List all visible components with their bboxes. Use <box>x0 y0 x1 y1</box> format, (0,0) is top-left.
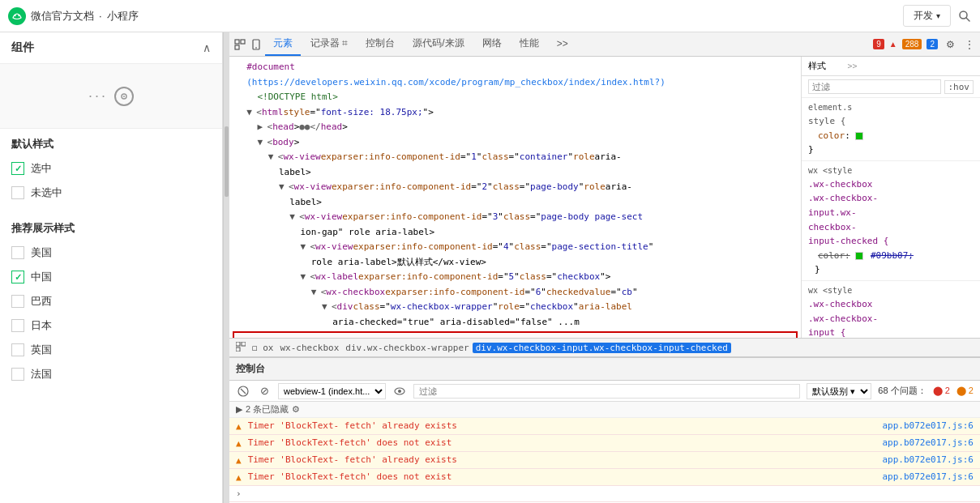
checkbox-japan[interactable] <box>11 319 24 332</box>
collapse-icon[interactable]: ∧ <box>203 41 211 54</box>
label-uk: 英国 <box>31 343 52 357</box>
app-subtitle: 小程序 <box>107 9 139 23</box>
html-line-wxcheckbox[interactable]: ▼ <wx-checkbox exparser:info-component-i… <box>229 285 801 301</box>
html-line-head[interactable]: ▶ <head> ●● </head> <box>229 120 801 135</box>
checkbox-checked-label: 选中 <box>31 161 52 176</box>
checkbox-france[interactable] <box>11 368 24 381</box>
top-bar: 微信官方文档 · 小程序 开发 ▾ <box>0 0 980 32</box>
collapse-triangle[interactable]: ▶ <box>236 404 242 415</box>
checkbox-checked-box[interactable] <box>11 162 24 175</box>
list-item-japan: 日本 <box>11 313 211 338</box>
label-usa: 美国 <box>31 245 52 260</box>
html-line-docurl[interactable]: #document <box>229 60 801 75</box>
components-title: 组件 <box>11 40 34 55</box>
default-style-list: 选中 未选中 <box>0 156 222 213</box>
html-line-wxview2[interactable]: ▼ <wx-view exparser:info-component-id="2… <box>229 180 801 195</box>
tab-recorder[interactable]: 记录器 ⌗ <box>302 32 356 56</box>
styles-open-brace: style { <box>808 114 974 129</box>
list-item-usa: 美国 <box>11 241 211 265</box>
console-collapsed-bar: ▶ 2 条已隐藏 ⚙ <box>229 402 980 418</box>
label-brazil: 巴西 <box>31 294 52 309</box>
styles-element-block: element.s style { color: } <box>802 98 980 161</box>
wx-style-source: wx <style <box>808 164 974 177</box>
devtools-inspect-icon[interactable] <box>233 37 247 52</box>
html-line-wxview4[interactable]: ▼ <wx-view exparser:info-component-id="4… <box>229 240 801 255</box>
style-color-prop: color: <box>808 129 974 143</box>
section1-title: 默认样式 <box>0 129 222 156</box>
wx-color-value: #09bb07; <box>871 250 914 261</box>
hov-button[interactable]: :hov <box>944 80 974 94</box>
checkbox-china[interactable] <box>11 271 24 283</box>
list-item-china: 中国 <box>11 265 211 289</box>
search-icon[interactable] <box>957 9 972 23</box>
checkbox-brazil[interactable] <box>11 295 24 308</box>
more-icon[interactable]: ⋮ <box>962 37 977 52</box>
eye-icon[interactable] <box>392 384 407 399</box>
left-panel: 组件 ∧ ··· 默认样式 选中 <box>0 32 223 503</box>
checkbox-uk[interactable] <box>11 343 24 356</box>
html-line-doctype[interactable]: <!DOCTYPE html> <box>229 90 801 105</box>
tab-performance[interactable]: 性能 <box>511 32 547 56</box>
error-badge: ⬤ 2 <box>933 386 950 396</box>
html-line-body[interactable]: ▼ <body> <box>229 135 801 151</box>
checkbox-unchecked-box[interactable] <box>11 186 24 199</box>
main-content: 组件 ∧ ··· 默认样式 选中 <box>0 32 980 503</box>
html-line-html[interactable]: ▼ <html style="font-size: 18.75px;"> <box>229 105 801 121</box>
svg-rect-11 <box>236 342 240 346</box>
console-source-3[interactable]: app.b072e017.js:6 <box>882 454 974 465</box>
console-gear-icon[interactable]: ⚙ <box>292 404 300 415</box>
tab-sources[interactable]: 源代码/来源 <box>404 32 472 56</box>
console-prompt-input[interactable] <box>248 488 974 499</box>
html-line-wxview3b[interactable]: ion-gap" role aria-label> <box>229 225 801 241</box>
html-line-wxview2b[interactable]: label> <box>229 195 801 211</box>
console-filter-btn[interactable]: ⊘ <box>257 384 272 399</box>
left-scrollbar[interactable] <box>223 32 229 503</box>
settings-icon[interactable]: ⚙ <box>943 37 957 52</box>
breadcrumb-input-checked[interactable]: div.wx-checkbox-input.wx-checkbox-input-… <box>473 343 731 353</box>
html-line-divwrapperb[interactable]: aria-checked="true" aria-disabled="false… <box>229 315 801 330</box>
breadcrumb-devtools-icon[interactable] <box>236 342 246 354</box>
devtools-toolbar: 元素 记录器 ⌗ 控制台 源代码/来源 网络 性能 >> 9 ▲ 288 2 ⚙… <box>229 32 980 57</box>
console-source-2[interactable]: app.b072e017.js:6 <box>882 437 974 448</box>
console-filter-input[interactable] <box>413 384 800 399</box>
html-line-wxlabel[interactable]: ▼ <wx-label exparser:info-component-id="… <box>229 270 801 285</box>
html-line-wxview1[interactable]: ▼ <wx-view exparser:info-component-id="1… <box>229 150 801 165</box>
devtools-device-icon[interactable] <box>249 37 263 52</box>
html-line-url[interactable]: (https://developers.weixin.qq.com/xcode/… <box>229 75 801 91</box>
console-row-3: ▲ Timer 'BlockText- fetch' already exist… <box>229 452 980 469</box>
breadcrumb-ox[interactable]: ◻ ox <box>249 343 277 353</box>
breadcrumb-wrapper[interactable]: div.wx-checkbox-wrapper <box>342 343 472 353</box>
svg-rect-12 <box>242 342 246 346</box>
preview-circle <box>114 87 134 106</box>
html-panel: #document (https://developers.weixin.qq.… <box>229 57 802 338</box>
tab-elements[interactable]: 元素 <box>265 32 301 56</box>
tab-more[interactable]: >> <box>549 32 576 56</box>
logo: 微信官方文档 · 小程序 <box>8 7 139 25</box>
html-line-divwrapper[interactable]: ▼ <div class="wx-checkbox-wrapper" role=… <box>229 300 801 315</box>
highlighted-line1: ▼ <div class="wx-checkbox-input wx-check… <box>241 335 794 338</box>
svg-rect-7 <box>241 40 245 44</box>
tab-console[interactable]: 控制台 <box>357 32 403 56</box>
app-container: 微信官方文档 · 小程序 开发 ▾ 组件 ∧ ··· <box>0 0 980 503</box>
html-line-wxview1b[interactable]: label> <box>229 165 801 181</box>
webview-select[interactable]: webview-1 (index.ht... <box>278 383 386 399</box>
console-source-1[interactable]: app.b072e017.js:6 <box>882 420 974 431</box>
dev-button[interactable]: 开发 ▾ <box>903 5 951 27</box>
html-line-wxview4b[interactable]: role aria-label>默认样式</wx-view> <box>229 255 801 271</box>
checkbox-usa[interactable] <box>11 246 24 259</box>
highlighted-element-box[interactable]: ▼ <div class="wx-checkbox-input wx-check… <box>233 331 798 338</box>
html-line-wxview3[interactable]: ▼ <wx-view exparser:info-component-id="3… <box>229 210 801 225</box>
info-count-badge: 2 <box>927 39 938 49</box>
list-item-uk: 英国 <box>11 338 211 362</box>
svg-point-5 <box>123 96 125 97</box>
breadcrumb-wxcheckbox[interactable]: wx-checkbox <box>277 343 343 353</box>
console-msg-2: Timer 'BlockText-fetch' does not exist <box>248 437 876 448</box>
console-clear-btn[interactable] <box>236 384 250 399</box>
color-swatch-green <box>855 132 863 140</box>
console-prompt-row[interactable]: › <box>229 486 980 502</box>
console-msg-4: Timer 'BlockText-fetch' does not exist <box>248 471 876 482</box>
styles-filter-input[interactable] <box>808 79 941 94</box>
tab-network[interactable]: 网络 <box>474 32 510 56</box>
log-level-select[interactable]: 默认级别 ▾ <box>807 383 871 399</box>
console-source-4[interactable]: app.b072e017.js:6 <box>882 471 974 482</box>
